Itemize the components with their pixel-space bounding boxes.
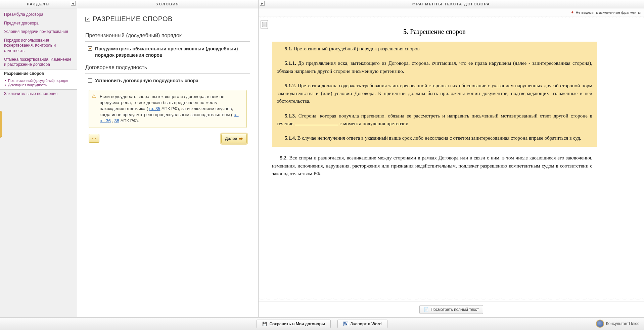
brand: КонсультантПлюс	[596, 320, 639, 328]
conditions-panel: УСЛОВИЯ ✔ РАЗРЕШЕНИЕ СПОРОВ Претензионны…	[77, 0, 259, 317]
conditions-header-title: УСЛОВИЯ	[156, 2, 179, 6]
nav-item-final[interactable]: Заключительные положения	[0, 90, 77, 98]
toggle-highlight-label: Не выделять измененные фрагменты	[576, 10, 641, 14]
info-note: Если подсудность спора, вытекающего из д…	[89, 90, 247, 128]
save-icon: 💾	[262, 322, 267, 326]
export-word-button[interactable]: W Экспорт в Word	[337, 320, 387, 328]
next-button-label: Далее	[225, 136, 237, 141]
nav-item-subject[interactable]: Предмет договора	[0, 19, 77, 28]
collapse-left-icon[interactable]: ◀	[71, 1, 76, 6]
word-icon: W	[343, 322, 348, 326]
nav-item-transfer[interactable]: Условия передачи пожертвования	[0, 28, 77, 36]
subsection-pretrial: Претензионный (досудебный) порядок	[85, 30, 250, 42]
save-label: Сохранить в Мои договоры	[269, 322, 325, 326]
clause-5-1-4: 5.1.4. В случае неполучения ответа в ука…	[272, 131, 597, 147]
next-button[interactable]: Далее ⇨	[221, 134, 247, 143]
doc-section-number: 5.	[403, 28, 408, 35]
sections-title: РАЗДЕЛЫ	[27, 2, 50, 6]
clause-5-1-2: 5.1.2. Претензия должна содержать требов…	[272, 79, 597, 109]
document-body: 5. Разрешение споров 5.1. Претензионный …	[259, 20, 644, 298]
save-button[interactable]: 💾 Сохранить в Мои договоры	[257, 320, 331, 328]
arrow-right-icon: ⇨	[239, 136, 243, 141]
toggle-highlight-button[interactable]: ✦ Не выделять измененные фрагменты	[570, 10, 641, 15]
export-label: Экспорт в Word	[350, 322, 381, 326]
subsection-jurisdiction: Договорная подсудность	[85, 62, 250, 74]
law-link-35[interactable]: ст. 35	[149, 106, 160, 111]
nav-sub-pretrial[interactable]: Претензионный (досудебный) порядок	[8, 79, 77, 83]
nav-item-cancel[interactable]: Отмена пожертвования. Изменение и растор…	[0, 55, 77, 69]
view-full-label: Посмотреть полный текст	[431, 307, 479, 312]
nav-item-preamble[interactable]: Преамбула договора	[0, 10, 77, 19]
bottom-toolbar: 💾 Сохранить в Мои договоры W Экспорт в W…	[0, 317, 644, 330]
brand-name: КонсультантПлюс	[606, 321, 639, 326]
torn-edge-bottom	[259, 298, 644, 301]
sections-panel: РАЗДЕЛЫ ◀ Преамбула договора Предмет дог…	[0, 0, 77, 317]
conditions-header: УСЛОВИЯ	[77, 0, 258, 8]
document-icon: 📄	[424, 307, 429, 312]
section-checkbox-icon[interactable]: ✔	[85, 17, 90, 21]
brand-logo-icon	[596, 320, 604, 328]
option-jurisdiction-label: Установить договорную подсудность спора	[95, 78, 198, 84]
document-view-icon[interactable]	[261, 20, 268, 29]
expand-right-icon[interactable]: ▶	[260, 1, 265, 6]
sections-header: РАЗДЕЛЫ ◀	[0, 0, 77, 8]
fragments-panel: ▶ ФРАГМЕНТЫ ТЕКСТА ДОГОВОРА ✦ Не выделят…	[259, 0, 644, 317]
highlight-off-icon: ✦	[570, 10, 574, 15]
note-sep: ,	[112, 118, 114, 123]
law-link-38[interactable]: 38	[114, 118, 119, 123]
nav-item-usage[interactable]: Порядок использования пожертвования. Кон…	[0, 36, 77, 55]
sections-nav: Преамбула договора Предмет договора Усло…	[0, 8, 77, 100]
svg-rect-0	[262, 22, 266, 27]
clause-5-1: 5.1. Претензионный (досудебный) порядок …	[272, 42, 597, 56]
nav-item-disputes[interactable]: Разрешение споров	[0, 69, 77, 78]
section-title: РАЗРЕШЕНИЕ СПОРОВ	[93, 15, 173, 23]
fragments-header: ▶ ФРАГМЕНТЫ ТЕКСТА ДОГОВОРА	[259, 0, 644, 8]
doc-section-name: Разрешение споров	[408, 28, 465, 35]
side-handle[interactable]	[0, 111, 2, 138]
torn-edge-top	[259, 16, 644, 20]
option-pretrial-label: Предусмотреть обязательный претензионный…	[95, 46, 247, 58]
fragments-header-title: ФРАГМЕНТЫ ТЕКСТА ДОГОВОРА	[412, 2, 490, 6]
checkbox-pretrial[interactable]	[88, 46, 92, 51]
clause-5-1-1: 5.1.1. До предъявления иска, вытекающего…	[272, 56, 597, 79]
blank-field	[295, 120, 338, 125]
note-text-3: АПК РФ).	[121, 118, 139, 123]
view-full-text-button[interactable]: 📄 Посмотреть полный текст	[419, 305, 484, 314]
back-button[interactable]: ⇦	[89, 134, 99, 143]
nav-sub-disputes: Претензионный (досудебный) порядок Догов…	[0, 78, 77, 90]
nav-sub-jurisdiction[interactable]: Договорная подсудность	[8, 83, 77, 87]
doc-section-title: 5. Разрешение споров	[272, 28, 597, 36]
clause-5-1-3: 5.1.3. Сторона, которая получила претенз…	[272, 109, 597, 131]
clause-5-2: 5.2. Все споры и разногласия, возникающи…	[272, 151, 597, 181]
checkbox-jurisdiction[interactable]	[88, 78, 92, 83]
